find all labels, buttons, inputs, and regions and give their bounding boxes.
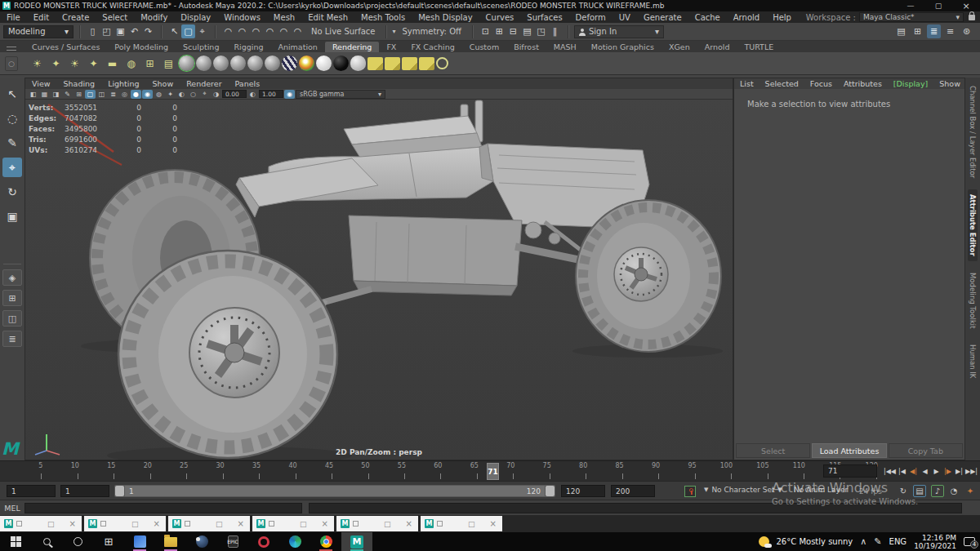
mute-audio-icon[interactable]: ♪ — [931, 485, 944, 497]
close-icon[interactable]: × — [69, 519, 76, 528]
menu-item[interactable]: Generate — [637, 13, 688, 22]
viewport-menu-item[interactable]: Shading — [57, 79, 102, 88]
weather-text[interactable]: 26°C Mostly sunny — [777, 537, 853, 546]
play-forwards-button[interactable]: ▶ — [931, 464, 942, 478]
close-icon[interactable]: × — [490, 519, 497, 528]
scale-tool[interactable]: ▣ — [2, 207, 22, 226]
new-scene-icon[interactable]: ▯ — [86, 24, 100, 38]
attribute-editor-menu-item[interactable]: List — [734, 79, 760, 88]
menu-item[interactable]: Select — [96, 13, 134, 22]
playback-speed-icon[interactable]: ◔ — [947, 485, 960, 497]
render-current-frame-icon[interactable]: ⊞ — [492, 24, 506, 38]
copy-tab-button[interactable]: Copy Tab — [889, 443, 963, 458]
range-end-handle[interactable] — [546, 486, 555, 496]
start-button[interactable] — [0, 532, 31, 551]
film-gate-icon[interactable]: ◨ — [51, 90, 61, 99]
maximize-icon[interactable]: □ — [47, 520, 55, 528]
phong-material-icon[interactable] — [230, 56, 246, 71]
shelf-tab[interactable]: MASH — [546, 42, 584, 52]
single-pane-layout-button[interactable]: ◈ — [2, 269, 22, 286]
step-back-key-button[interactable]: ◀| — [908, 464, 919, 478]
ambient-light-icon[interactable]: ☀ — [29, 55, 46, 72]
point-light-icon[interactable]: ☀ — [66, 55, 83, 72]
chevron-down-icon[interactable]: ▾ — [392, 28, 395, 35]
render-layer-icon[interactable]: ▤ — [160, 55, 177, 72]
color-managed-icon[interactable]: ◉ — [284, 90, 295, 99]
language-indicator[interactable]: ENG — [889, 537, 907, 546]
attribute-editor-menu-item[interactable]: Attributes — [838, 79, 888, 88]
sign-in-button[interactable]: Sign In ▾ — [574, 25, 664, 38]
hypershade-icon[interactable] — [368, 57, 383, 70]
playback-end-field[interactable]: 120 — [561, 485, 605, 497]
close-icon[interactable]: × — [238, 519, 244, 528]
selection-highlight-icon[interactable]: ⌖ — [199, 90, 210, 99]
search-button[interactable] — [31, 532, 62, 551]
select-component-icon[interactable]: ⌖ — [195, 24, 209, 38]
go-to-start-button[interactable]: |◀◀ — [884, 464, 896, 478]
file-explorer-button[interactable] — [155, 532, 186, 551]
animation-preferences-icon[interactable]: ▤ — [913, 485, 926, 497]
attribute-editor-menu-item[interactable]: Selected — [760, 79, 804, 88]
gamma-field[interactable]: 1.00 — [259, 90, 283, 98]
panel-side-tab[interactable]: Attribute Editor — [968, 189, 978, 261]
viewport-menu-item[interactable]: Lighting — [101, 79, 145, 88]
close-icon[interactable]: × — [154, 519, 160, 528]
show-tool-settings-icon[interactable]: ⊞ — [911, 24, 924, 38]
shelf-options-icon[interactable]: ○ — [5, 56, 18, 71]
lambert-material-icon[interactable] — [196, 56, 212, 71]
all-lights-icon[interactable]: ✦ — [165, 90, 176, 99]
floating-window-tab[interactable]: M □ × — [84, 516, 166, 531]
viewport-menu-item[interactable]: View — [25, 79, 57, 88]
wireframe-on-shaded-icon[interactable]: ● — [131, 90, 141, 99]
redo-icon[interactable]: ↷ — [141, 24, 155, 38]
shadows-icon[interactable]: ◐ — [176, 90, 187, 99]
menu-item[interactable]: Create — [56, 13, 96, 22]
safe-action-icon[interactable]: ◫ — [96, 90, 107, 99]
gate-mask-icon[interactable]: ✎ — [62, 90, 73, 99]
shelf-grip[interactable] — [7, 47, 16, 51]
snap-to-projected-center-icon[interactable]: ◠ — [263, 24, 277, 38]
viewport-menu-item[interactable]: Show — [146, 79, 180, 88]
maximize-icon[interactable]: □ — [384, 520, 391, 528]
menu-item[interactable]: Modify — [134, 13, 174, 22]
minimize-button[interactable]: — — [897, 0, 924, 11]
attribute-editor-menu-item[interactable]: Focus — [804, 79, 838, 88]
exposure-icon[interactable]: ◑ — [211, 90, 221, 99]
render-settings-icon[interactable]: ▤ — [520, 24, 534, 38]
current-frame-field[interactable]: 71 — [823, 464, 877, 478]
floating-window-tab[interactable]: M □ × — [168, 516, 250, 531]
shelf-tab[interactable]: XGen — [662, 42, 697, 52]
menu-item[interactable]: Display — [174, 13, 217, 22]
shelf-tab[interactable]: Bifrost — [506, 42, 546, 52]
auto-keyframe-toggle[interactable] — [684, 486, 696, 497]
view-transform-select[interactable]: sRGB gamma▾ — [296, 90, 385, 99]
pause-viewport-icon[interactable]: ‖ — [548, 24, 562, 38]
close-button[interactable]: × — [952, 0, 980, 11]
workspace-lock-icon[interactable] — [969, 15, 975, 20]
mel-language-toggle[interactable]: MEL — [0, 504, 24, 513]
tray-chevron-icon[interactable]: ∧ — [860, 536, 866, 547]
viewport-3d-area[interactable]: Verts: 3552051 0 0 Edges: 7047082 0 0 — [25, 100, 733, 460]
area-light-icon[interactable]: ▬ — [104, 55, 121, 72]
panel-side-tab[interactable]: Human IK — [968, 340, 978, 383]
shelf-tab[interactable]: FX Caching — [403, 42, 461, 52]
ipr-render-icon[interactable]: ⊟ — [506, 24, 520, 38]
show-channel-box-icon[interactable]: ▤ — [894, 24, 908, 38]
standard-surface-material-icon[interactable] — [179, 56, 194, 71]
command-feedback-field[interactable] — [309, 503, 962, 513]
show-attribute-editor-icon[interactable]: ≣ — [927, 24, 941, 38]
menu-item[interactable]: Deform — [569, 13, 612, 22]
anisotropic-material-icon[interactable] — [282, 56, 297, 71]
menu-item[interactable]: Surfaces — [520, 13, 568, 22]
close-icon[interactable]: × — [322, 519, 328, 528]
maya-taskbar-button[interactable]: M — [341, 532, 372, 551]
workspace-select[interactable]: Maya Classic*▾ — [859, 12, 964, 22]
edge-button[interactable] — [279, 532, 310, 551]
close-icon[interactable]: × — [406, 519, 412, 528]
grid-toggle-icon[interactable]: ▦ — [39, 90, 50, 99]
range-slider[interactable]: 1 120 — [114, 485, 555, 497]
photos-taskbar-button[interactable] — [124, 532, 155, 551]
two-pane-layout-button[interactable]: ◫ — [2, 310, 22, 327]
shading-group-icon[interactable] — [419, 57, 434, 70]
paint-select-tool[interactable]: ✎ — [2, 133, 22, 153]
